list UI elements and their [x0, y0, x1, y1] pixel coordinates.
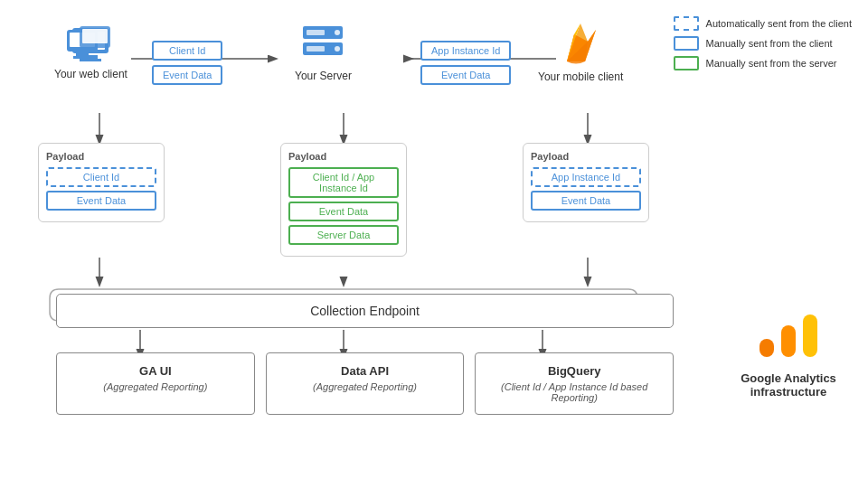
- legend-label-manual-server: Manually sent from the server: [706, 58, 837, 69]
- legend-item-manual-client: Manually sent from the client: [674, 36, 852, 51]
- svg-point-27: [335, 46, 340, 52]
- web-payload-title: Payload: [46, 151, 156, 162]
- bigquery-title: BigQuery: [483, 364, 665, 378]
- server-icon: [299, 23, 346, 66]
- svg-rect-26: [307, 46, 325, 52]
- web-payload-client-id: Client Id: [46, 167, 156, 187]
- mobile-server-boxes: App Instance Id Event Data: [420, 41, 511, 85]
- ga-ui-title: GA UI: [64, 364, 247, 378]
- web-payload-event-data: Event Data: [46, 191, 156, 211]
- svg-point-24: [335, 30, 340, 35]
- output-data-api: Data API (Aggregated Reporting): [266, 352, 465, 415]
- app-instance-id-box: App Instance Id: [420, 41, 511, 61]
- ga-label: Google Analytics infrastructure: [725, 371, 852, 399]
- mobile-payload-block: Payload App Instance Id Event Data: [523, 143, 649, 222]
- bigquery-subtitle: (Client Id / App Instance Id based Repor…: [483, 381, 665, 403]
- server-payload-event-data: Event Data: [288, 202, 399, 221]
- data-api-title: Data API: [274, 364, 457, 378]
- web-client-screens-icon: [67, 26, 114, 66]
- web-payload-block: Payload Client Id Event Data: [38, 143, 165, 222]
- svg-rect-29: [781, 325, 796, 357]
- diagram-container: Automatically sent from the client Manua…: [0, 0, 868, 488]
- output-row: GA UI (Aggregated Reporting) Data API (A…: [56, 352, 674, 415]
- mobile-client-group: Your mobile client: [538, 16, 623, 83]
- output-ga-ui: GA UI (Aggregated Reporting): [56, 352, 255, 415]
- svg-rect-21: [82, 29, 108, 43]
- legend-box-solid-green: [674, 56, 699, 70]
- mobile-payload-instance-id: App Instance Id: [531, 167, 641, 187]
- svg-rect-30: [803, 314, 817, 357]
- server-payload-server-data: Server Data: [288, 225, 399, 245]
- legend-item-manual-server: Manually sent from the server: [674, 56, 852, 70]
- server-group: Your Server: [295, 23, 352, 82]
- data-api-subtitle: (Aggregated Reporting): [274, 381, 457, 392]
- mobile-client-icon: [558, 16, 603, 69]
- collection-endpoint-box: Collection Endpoint: [56, 294, 674, 328]
- server-payload-block: Payload Client Id / App Instance Id Even…: [280, 143, 407, 257]
- collection-endpoint-label: Collection Endpoint: [310, 304, 420, 318]
- web-server-boxes: Client Id Event Data: [152, 41, 222, 85]
- output-bigquery: BigQuery (Client Id / App Instance Id ba…: [475, 352, 674, 415]
- server-payload-title: Payload: [288, 151, 399, 162]
- legend-box-solid-blue: [674, 36, 699, 51]
- web-client-group: Your web client: [54, 23, 127, 80]
- ga-ui-subtitle: (Aggregated Reporting): [64, 381, 247, 392]
- web-client-label: Your web client: [54, 68, 127, 80]
- server-label: Your Server: [295, 70, 352, 82]
- event-data-box-web: Event Data: [152, 65, 222, 85]
- mobile-payload-title: Payload: [531, 151, 641, 162]
- legend: Automatically sent from the client Manua…: [674, 16, 852, 70]
- legend-label-manual-client: Manually sent from the client: [706, 38, 833, 49]
- event-data-box-mobile: Event Data: [420, 65, 511, 85]
- legend-label-auto: Automatically sent from the client: [706, 18, 852, 29]
- ga-chart-icon: [752, 307, 825, 361]
- client-id-box: Client Id: [152, 41, 222, 61]
- server-payload-client-id: Client Id / App Instance Id: [288, 167, 399, 198]
- svg-rect-23: [307, 30, 325, 35]
- svg-rect-28: [760, 339, 774, 357]
- svg-rect-18: [76, 53, 89, 56]
- mobile-client-label: Your mobile client: [538, 70, 623, 83]
- legend-item-auto: Automatically sent from the client: [674, 16, 852, 31]
- ga-infrastructure: Google Analytics infrastructure: [725, 307, 852, 399]
- legend-box-dashed-blue: [674, 16, 699, 31]
- mobile-payload-event-data: Event Data: [531, 191, 641, 211]
- svg-rect-19: [73, 56, 91, 59]
